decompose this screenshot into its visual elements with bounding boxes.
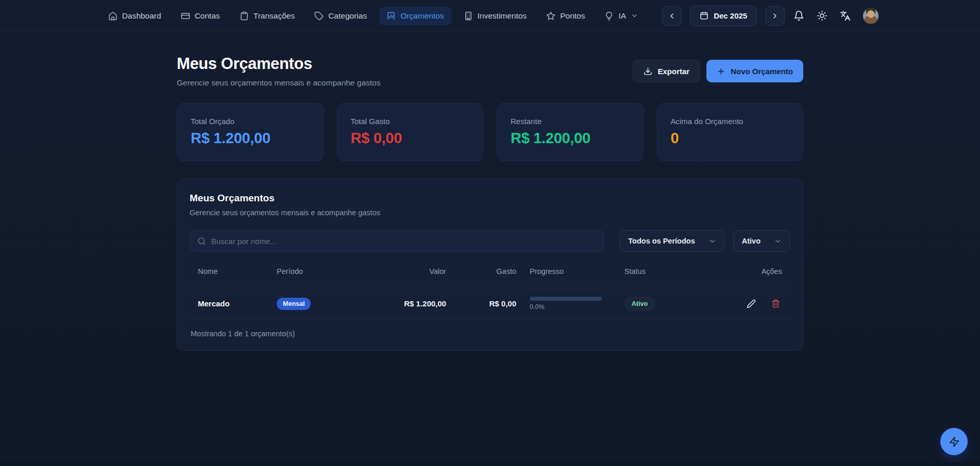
stat-card-total-gasto: Total Gasto R$ 0,00: [337, 103, 484, 161]
budgets-table: Nome Período Valor Gasto Progresso Statu…: [190, 267, 790, 319]
chevron-down-icon: [708, 237, 716, 245]
bell-icon: [793, 10, 804, 21]
chevron-down-icon: [774, 237, 782, 245]
notifications-button[interactable]: [790, 7, 808, 25]
stat-cards: Total Orçado R$ 1.200,00 Total Gasto R$ …: [177, 103, 803, 161]
building-icon: [464, 11, 473, 21]
nav-label: IA: [618, 11, 626, 21]
table-header-row: Nome Período Valor Gasto Progresso Statu…: [190, 267, 790, 288]
nav-label: Orçamentos: [400, 11, 444, 21]
nav-label: Pontos: [560, 11, 585, 21]
home-icon: [108, 11, 117, 21]
next-month-button[interactable]: [765, 6, 785, 26]
delete-button[interactable]: [769, 297, 782, 310]
nav-item-orcamentos[interactable]: Orçamentos: [379, 7, 451, 25]
page-subtitle: Gerencie seus orçamentos mensais e acomp…: [177, 78, 380, 88]
row-actions: [712, 297, 782, 310]
bottom-edge: [0, 463, 980, 466]
month-selector-button[interactable]: Dec 2025: [690, 6, 757, 26]
lightbulb-icon: [604, 11, 614, 21]
column-header-valor: Valor: [364, 267, 446, 275]
export-button[interactable]: Exportar: [633, 60, 700, 82]
status-filter-value: Ativo: [742, 237, 761, 245]
column-header-gasto: Gasto: [446, 267, 516, 275]
star-icon: [546, 11, 555, 21]
nav-item-investimentos[interactable]: Investimentos: [457, 7, 534, 25]
month-selector-value: Dec 2025: [714, 11, 747, 20]
stat-label: Restante: [511, 117, 630, 126]
nav-label: Categorias: [328, 11, 367, 21]
nav-item-pontos[interactable]: Pontos: [539, 7, 592, 25]
ai-assistant-fab[interactable]: [940, 428, 968, 455]
download-icon: [644, 67, 652, 76]
progress-label: 0.0%: [530, 303, 624, 310]
export-button-label: Exportar: [657, 67, 689, 76]
bar-chart-icon: [386, 11, 396, 21]
language-button[interactable]: [836, 7, 854, 25]
page-header: Meus Orçamentos Gerencie seus orçamentos…: [177, 55, 803, 88]
main-content: Meus Orçamentos Gerencie seus orçamentos…: [177, 55, 803, 351]
edit-button[interactable]: [745, 297, 758, 310]
table-footer: Mostrando 1 de 1 orçamento(s): [190, 330, 790, 338]
panel-title: Meus Orçamentos: [190, 193, 790, 204]
budgets-panel: Meus Orçamentos Gerencie seus orçamentos…: [177, 179, 803, 351]
user-avatar[interactable]: [863, 8, 879, 24]
nav-item-ia[interactable]: IA: [597, 7, 646, 25]
translate-icon: [840, 10, 851, 21]
theme-toggle-button[interactable]: [813, 7, 831, 25]
nav-label: Transações: [254, 11, 295, 21]
search-box: [190, 230, 604, 252]
stat-value: R$ 1.200,00: [191, 130, 310, 147]
budget-name: Mercado: [198, 299, 277, 308]
budget-spent: R$ 0,00: [446, 299, 516, 308]
new-budget-button-label: Novo Orçamento: [731, 67, 793, 76]
stat-card-acima-orcamento: Acima do Orçamento 0: [657, 103, 804, 161]
progress-bar: [530, 297, 602, 301]
nav-item-dashboard[interactable]: Dashboard: [101, 7, 168, 25]
stat-value: R$ 1.200,00: [511, 130, 630, 147]
new-budget-button[interactable]: Novo Orçamento: [706, 60, 803, 82]
trash-icon: [771, 299, 780, 308]
top-navigation: Dashboard Contas Transações Categorias O…: [0, 0, 980, 32]
prev-month-button[interactable]: [662, 6, 682, 26]
period-badge: Mensal: [277, 298, 311, 310]
budget-value: R$ 1.200,00: [364, 299, 446, 308]
nav-item-transacoes[interactable]: Transações: [232, 7, 302, 25]
chevron-down-icon: [631, 12, 638, 20]
search-input[interactable]: [211, 237, 596, 246]
nav-label: Investimentos: [478, 11, 527, 21]
period-filter-value: Todos os Períodos: [628, 237, 695, 245]
stat-value: 0: [671, 130, 790, 147]
column-header-nome: Nome: [198, 267, 277, 275]
column-header-periodo: Período: [277, 267, 364, 275]
column-header-status: Status: [624, 267, 712, 275]
stat-label: Total Orçado: [191, 117, 310, 126]
column-header-acoes: Ações: [712, 267, 782, 275]
zap-icon: [949, 436, 960, 447]
sun-icon: [817, 10, 827, 21]
progress-cell: 0.0%: [516, 297, 624, 310]
calendar-icon: [700, 11, 708, 20]
stat-card-total-orcado: Total Orçado R$ 1.200,00: [177, 103, 324, 161]
clipboard-icon: [240, 11, 249, 21]
page-title: Meus Orçamentos: [177, 55, 380, 73]
search-icon: [197, 237, 206, 246]
nav-label: Contas: [195, 11, 220, 21]
pencil-icon: [747, 299, 756, 308]
chevron-right-icon: [771, 12, 779, 20]
status-badge: Ativo: [624, 297, 655, 310]
nav-item-categorias[interactable]: Categorias: [307, 7, 374, 25]
nav-item-contas[interactable]: Contas: [174, 7, 227, 25]
credit-card-icon: [181, 11, 190, 21]
table-row: Mercado Mensal R$ 1.200,00 R$ 0,00 0.0% …: [190, 288, 790, 319]
status-filter-select[interactable]: Ativo: [733, 230, 790, 252]
period-filter-select[interactable]: Todos os Períodos: [619, 230, 724, 252]
plus-icon: [717, 67, 725, 76]
panel-subtitle: Gerencie seus orçamentos mensais e acomp…: [190, 209, 790, 217]
chevron-left-icon: [668, 12, 676, 20]
nav-label: Dashboard: [122, 11, 161, 21]
tag-icon: [314, 11, 324, 21]
stat-label: Total Gasto: [351, 117, 470, 126]
stat-card-restante: Restante R$ 1.200,00: [497, 103, 644, 161]
stat-value: R$ 0,00: [351, 130, 470, 147]
